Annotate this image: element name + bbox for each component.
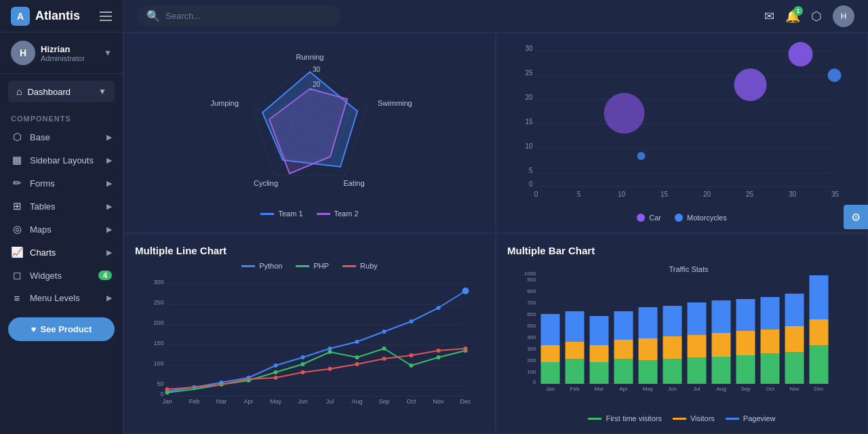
layers-icon: ⬡ [11, 131, 23, 143]
sidebar-item-sidebar-layouts[interactable]: ▦ Sidebar Layouts ▶ [0, 149, 123, 172]
dashboard-button[interactable]: ⌂ Dashboard ▼ [8, 81, 115, 102]
team1-label: Team 1 [278, 210, 302, 218]
mail-icon[interactable]: ✉ [764, 9, 774, 24]
bubble-svg: 30 25 20 15 10 5 0 [507, 44, 856, 193]
svg-rect-125 [614, 340, 633, 359]
grid-icon: ▦ [11, 154, 23, 166]
team2-label: Team 2 [334, 210, 359, 218]
notification-icon[interactable]: 🔔 1 [785, 9, 800, 24]
logo-icon: A [11, 7, 30, 26]
sidebar: A Atlantis H Hizrian Administrator ▼ ⌂ D… [0, 0, 123, 434]
svg-text:Jun: Jun [298, 398, 308, 405]
hamburger-button[interactable] [100, 12, 112, 21]
svg-rect-115 [541, 362, 560, 384]
gear-icon: ⚙ [851, 211, 861, 224]
svg-text:Mar: Mar [216, 398, 227, 405]
svg-point-97 [355, 362, 359, 366]
widget-icon: ◻ [11, 269, 23, 281]
dashboard-label: Dashboard [27, 87, 98, 97]
chevron-down-icon: ▼ [104, 48, 112, 58]
see-product-button[interactable]: ♥ See Product [8, 317, 115, 341]
svg-rect-116 [541, 345, 560, 362]
header-avatar[interactable]: H [833, 5, 854, 27]
chevron-icon: ▶ [106, 179, 112, 188]
chevron-icon: ▶ [106, 248, 112, 257]
heart-icon: ♥ [31, 324, 37, 334]
svg-point-75 [301, 355, 305, 359]
pageview-legend: Pageview [726, 414, 776, 422]
sidebar-item-forms[interactable]: ✏ Forms ▶ [0, 172, 123, 195]
svg-rect-134 [688, 335, 707, 357]
ruby-label: Ruby [360, 262, 378, 270]
svg-point-74 [274, 363, 278, 368]
sidebar-item-charts[interactable]: 📈 Charts ▶ [0, 241, 123, 264]
svg-text:Dec: Dec [814, 386, 823, 392]
sidebar-item-widgets[interactable]: ◻ Widgets 4 [0, 264, 123, 287]
sidebar-item-menu-levels[interactable]: ≡ Menu Levels ▶ [0, 287, 123, 309]
nav-label-menu-levels: Menu Levels [30, 293, 80, 303]
svg-rect-133 [688, 357, 707, 384]
svg-point-42 [828, 68, 842, 82]
svg-rect-124 [614, 359, 633, 384]
svg-text:1000: 1000 [524, 271, 536, 277]
svg-point-101 [464, 347, 468, 351]
sidebar-item-base[interactable]: ⬡ Base ▶ [0, 125, 123, 149]
svg-text:Sep: Sep [378, 398, 389, 405]
bubble-legend: Car Motorcycles [507, 214, 856, 222]
user-name: Hizrian [41, 44, 85, 54]
php-legend: PHP [296, 262, 329, 270]
layers-icon[interactable]: ⬡ [811, 9, 822, 24]
svg-rect-117 [541, 314, 560, 345]
svg-rect-136 [712, 357, 731, 384]
svg-text:300: 300 [153, 279, 163, 285]
svg-text:25: 25 [525, 69, 533, 77]
line-svg: 300 250 200 150 100 50 0 [135, 274, 484, 403]
user-role: Administrator [41, 54, 85, 62]
components-label: COMPONENTS [0, 109, 123, 125]
sidebar-item-tables[interactable]: ⊞ Tables ▶ [0, 195, 123, 218]
chevron-icon: ▶ [106, 225, 112, 234]
svg-text:0: 0 [160, 391, 163, 397]
svg-text:20: 20 [703, 191, 711, 198]
sidebar-nav: ⬡ Base ▶ ▦ Sidebar Layouts ▶ ✏ Forms ▶ ⊞… [0, 125, 123, 309]
svg-point-39 [789, 42, 813, 66]
sidebar-logo: A Atlantis [0, 0, 123, 33]
notification-badge: 1 [793, 6, 803, 16]
svg-text:600: 600 [527, 311, 536, 317]
radar-chart-panel: Running Swimming Eating Cycling Jumping … [123, 33, 496, 233]
svg-rect-143 [761, 330, 780, 353]
car-legend: Car [637, 214, 661, 222]
main-content: 🔍 ✉ 🔔 1 ⬡ H [123, 0, 868, 434]
svg-text:100: 100 [153, 360, 163, 367]
search-box[interactable]: 🔍 [137, 5, 340, 26]
svg-text:150: 150 [153, 340, 163, 347]
svg-text:Apr: Apr [619, 386, 628, 392]
svg-rect-123 [590, 316, 609, 345]
svg-rect-137 [712, 333, 731, 357]
svg-point-91 [437, 355, 441, 359]
user-section[interactable]: H Hizrian Administrator ▼ [0, 33, 123, 74]
car-label: Car [649, 214, 661, 222]
search-input[interactable] [165, 11, 331, 21]
settings-button[interactable]: ⚙ [844, 205, 868, 229]
svg-text:Oct: Oct [766, 386, 774, 392]
svg-rect-147 [785, 294, 804, 326]
nav-label-widgets: Widgets [30, 271, 62, 281]
svg-text:Jul: Jul [326, 398, 334, 405]
sidebar-item-maps[interactable]: ◎ Maps ▶ [0, 218, 123, 241]
svg-point-94 [274, 376, 278, 380]
svg-rect-126 [614, 311, 633, 340]
svg-text:Nov: Nov [789, 386, 799, 392]
svg-text:30: 30 [789, 191, 797, 198]
nav-label-base: Base [30, 132, 50, 142]
svg-text:30: 30 [525, 45, 533, 52]
svg-rect-121 [590, 362, 609, 384]
chevron-icon: ▶ [106, 156, 112, 165]
svg-rect-129 [639, 307, 658, 338]
svg-rect-149 [810, 319, 829, 345]
svg-text:20: 20 [525, 94, 533, 101]
svg-text:30: 30 [313, 66, 321, 73]
team1-legend: Team 1 [260, 210, 302, 218]
svg-point-95 [301, 370, 305, 374]
svg-text:Eating: Eating [343, 179, 364, 187]
